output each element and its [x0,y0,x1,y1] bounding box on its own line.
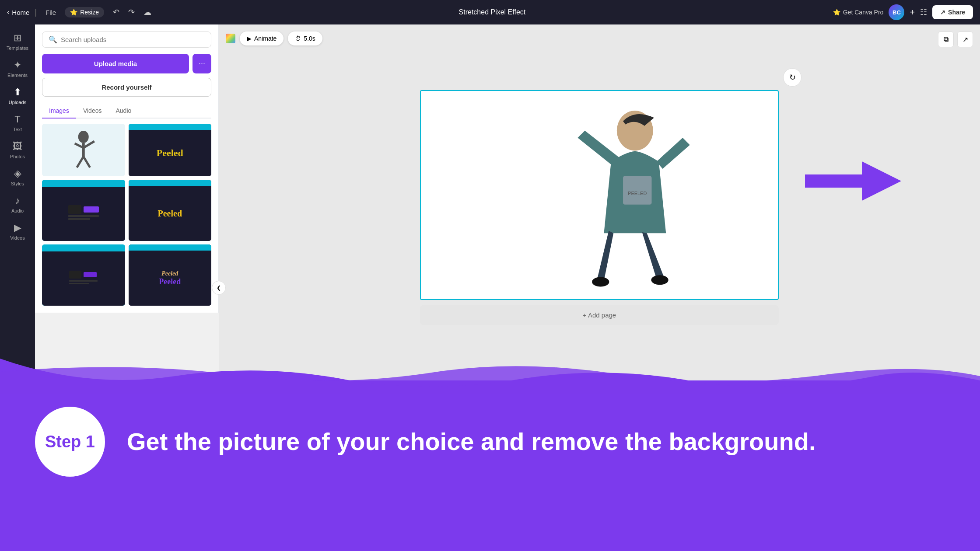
wave-svg [0,359,980,394]
uploads-panel: 🔍 Upload media ··· Record yourself Image… [35,24,219,313]
nav-right: ⭐ Get Canva Pro BC + ☷ ↗ Share [833,4,973,20]
step-circle: Step 1 [35,407,105,477]
animate-icon: ▶ [247,35,252,42]
list-item[interactable]: Peeled [129,124,212,176]
canvas-wrapper: ↻ [420,64,779,300]
elements-icon: ✦ [14,59,21,71]
sidebar-item-styles[interactable]: ◈ Styles [0,164,35,191]
svg-point-19 [592,277,609,287]
copy-button[interactable]: ⧉ [938,31,954,47]
project-title: Stretched Pixel Effect [157,8,828,16]
svg-point-1 [78,131,89,143]
elements-label: Elements [7,73,28,78]
chart-icon[interactable]: ☷ [920,7,927,17]
arrow-icon [805,161,901,201]
more-options-button[interactable]: ··· [192,54,211,73]
list-item[interactable]: Peeled [129,180,212,241]
clock-icon: ⏱ [295,35,301,42]
svg-marker-23 [805,161,901,201]
tab-images[interactable]: Images [42,104,76,119]
panel-collapse-button[interactable]: ❮ [212,281,226,295]
svg-point-20 [651,275,668,285]
resize-button[interactable]: ⭐ Resize [65,7,104,17]
animate-button[interactable]: ▶ Animate [240,31,284,45]
bottom-section: Step 1 Get the picture of your choice an… [0,380,980,551]
get-pro-button[interactable]: ⭐ Get Canva Pro [833,9,884,16]
svg-rect-16 [69,283,89,284]
animate-label: Animate [254,35,276,42]
svg-rect-15 [69,280,98,282]
svg-rect-17 [421,91,777,299]
search-box[interactable]: 🔍 [42,31,211,48]
list-item[interactable]: Peeled Peeled [129,244,212,306]
text-icon: T [14,114,20,125]
templates-icon: ⊞ [14,32,21,44]
svg-rect-9 [84,206,99,213]
svg-rect-8 [68,205,81,214]
record-label: Record yourself [102,84,151,91]
search-icon: 🔍 [49,35,57,44]
avatar[interactable]: BC [889,4,904,20]
record-yourself-button[interactable]: Record yourself [42,78,211,97]
canvas-toolbar: ▶ Animate ⏱ 5.0s [226,31,322,45]
list-item[interactable] [42,244,125,306]
sidebar-item-audio[interactable]: ♪ Audio [0,191,35,218]
media-tabs: Images Videos Audio [42,104,211,119]
tab-audio[interactable]: Audio [108,104,138,119]
home-button[interactable]: ‹ Home [7,8,29,16]
search-input[interactable] [61,36,205,43]
export-button[interactable]: ↗ [957,31,973,47]
uploads-label: Uploads [9,100,26,105]
photos-label: Photos [10,154,25,159]
home-label: Home [12,9,29,16]
share-label: Share [948,9,965,16]
sidebar-item-photos[interactable]: 🖼 Photos [0,136,35,164]
photos-icon: 🖼 [13,141,22,152]
upload-row: Upload media ··· [42,54,211,73]
bottom-content: Step 1 Get the picture of your choice an… [0,380,980,494]
step-description: Get the picture of your choice and remov… [127,427,816,456]
undo-button[interactable]: ↶ [109,6,123,19]
gradient-picker-button[interactable] [226,34,235,43]
duration-button[interactable]: ⏱ 5.0s [288,31,322,45]
uploads-icon: ⬆ [14,87,21,98]
file-button[interactable]: File [42,7,60,18]
add-page-button[interactable]: + Add page [420,305,779,325]
step-label: Step 1 [45,432,95,451]
svg-text:PEELED: PEELED [628,191,647,196]
list-item[interactable] [42,124,125,176]
templates-label: Templates [7,45,28,51]
duration-value: 5.0s [304,35,315,42]
top-nav: ‹ Home | File ⭐ Resize ↶ ↷ ☁ Stretched P… [0,0,980,24]
sidebar-item-uploads[interactable]: ⬆ Uploads [0,82,35,109]
refresh-button[interactable]: ↻ [783,68,802,87]
sidebar-item-text[interactable]: T Text [0,109,35,136]
share-icon: ↗ [940,9,945,16]
resize-label: Resize [80,9,99,16]
sidebar-item-videos[interactable]: ▶ Videos [0,218,35,245]
videos-icon: ▶ [14,222,21,234]
canvas-frame: PEELED [420,90,779,300]
sidebar-item-templates[interactable]: ⊞ Templates [0,28,35,55]
add-button[interactable]: + [910,7,915,17]
resize-icon: ⭐ [70,9,77,16]
image-grid: Peeled [42,124,211,306]
wave-decoration [0,359,980,395]
arrow-indicator [805,161,901,202]
audio-icon: ♪ [15,195,20,206]
upload-media-button[interactable]: Upload media [42,54,189,73]
text-label: Text [13,127,22,132]
svg-rect-11 [68,218,90,220]
redo-button[interactable]: ↷ [125,6,138,19]
audio-label: Audio [11,208,24,213]
get-pro-label: Get Canva Pro [843,9,884,16]
add-page-label: + Add page [583,311,616,319]
sidebar-item-elements[interactable]: ✦ Elements [0,55,35,82]
tab-videos[interactable]: Videos [76,104,109,119]
styles-label: Styles [11,181,24,186]
upload-media-label: Upload media [94,60,137,67]
svg-rect-10 [68,215,99,217]
share-button[interactable]: ↗ Share [932,5,973,19]
list-item[interactable] [42,180,125,241]
gradient-icon [226,34,235,43]
